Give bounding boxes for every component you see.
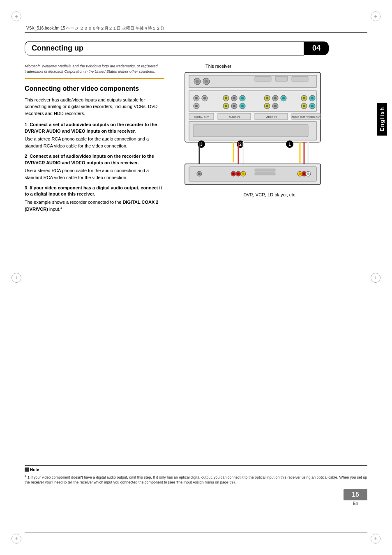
svg-rect-8 [292, 76, 308, 81]
svg-point-35 [266, 105, 268, 107]
file-info: VSX_516.book.fm 15 ページ ２００６年２月２１日 火曜日 午後… [26, 25, 164, 31]
file-meta-bar: VSX_516.book.fm 15 ページ ２００６年２月２１日 火曜日 午後… [25, 24, 367, 33]
svg-point-27 [241, 105, 244, 107]
svg-point-37 [274, 105, 277, 107]
svg-rect-6 [255, 76, 271, 81]
note-icon: Note [25, 467, 39, 472]
step-3: 3 If your video component has a digital … [25, 185, 164, 212]
svg-point-15 [195, 105, 198, 107]
svg-point-84 [307, 173, 309, 175]
svg-point-45 [311, 105, 314, 107]
bottom-rule [25, 532, 367, 532]
content-columns: Microsoft, Windows Media®, and the Windo… [25, 64, 367, 216]
chapter-title: Connecting up [25, 41, 304, 55]
connection-diagram: DIGITAL OUT AUDIO IN VIDEO IN AUDIO OUT … [173, 70, 329, 189]
svg-point-13 [203, 97, 206, 99]
reg-mark-ml [12, 273, 21, 283]
svg-point-31 [274, 97, 277, 99]
page-number-area: 15 En [344, 489, 367, 506]
top-rule [25, 33, 367, 33]
svg-text:VIDEO IN: VIDEO IN [266, 116, 277, 118]
svg-point-3 [196, 80, 199, 83]
section-intro: This receiver has audio/video inputs and… [25, 97, 164, 117]
step-2-number: 2 [25, 154, 30, 159]
svg-point-11 [195, 97, 198, 99]
reg-mark-mr [371, 273, 380, 283]
svg-point-76 [237, 173, 240, 175]
section-heading: Connecting other video components [25, 85, 164, 93]
left-column: Microsoft, Windows Media®, and the Windo… [25, 64, 164, 216]
svg-rect-7 [275, 76, 288, 81]
language-sidebar: English [377, 103, 387, 136]
svg-point-39 [303, 97, 305, 99]
diagram-container: This receiver [173, 64, 367, 197]
svg-point-80 [299, 173, 301, 175]
page-lang: En [353, 501, 358, 506]
note-icon-square [25, 467, 29, 472]
trademark-text: Microsoft, Windows Media®, and the Windo… [25, 64, 164, 79]
step-2-title: 2 Connect a set of audio/video inputs on… [25, 153, 164, 166]
step-1-body: Use a stereo RCA phono cable for the aud… [25, 136, 164, 149]
svg-text:AUDIO IN: AUDIO IN [229, 116, 240, 118]
note-section: Note 1 1 If your video component doesn't… [25, 465, 367, 485]
diagram-label-top: This receiver [205, 64, 367, 69]
step-2-body: Use a stereo RCA phono cable for the aud… [25, 167, 164, 181]
svg-point-23 [225, 105, 227, 107]
page-content: Connecting up 04 English Microsoft, Wind… [25, 37, 367, 518]
note-bar: Note [25, 465, 367, 472]
diagram-label-bottom: DVR, VCR, LD player, etc. [173, 192, 367, 197]
svg-point-25 [233, 105, 235, 107]
svg-point-72 [198, 173, 201, 175]
svg-text:DIGITAL OUT: DIGITAL OUT [194, 116, 209, 118]
svg-rect-85 [255, 169, 275, 171]
svg-rect-70 [189, 167, 316, 181]
svg-text:AUDIO OUT / VIDEO OUT: AUDIO OUT / VIDEO OUT [291, 116, 321, 118]
svg-point-33 [282, 97, 285, 99]
svg-point-74 [232, 173, 235, 175]
svg-rect-86 [255, 173, 275, 175]
svg-point-78 [242, 173, 244, 175]
right-column: This receiver [173, 64, 367, 216]
svg-point-21 [241, 97, 244, 99]
svg-text:3: 3 [200, 142, 203, 147]
reg-mark-tr [371, 12, 380, 21]
svg-rect-9 [189, 91, 316, 111]
svg-point-5 [205, 80, 208, 83]
step-1-number: 1 [25, 122, 30, 127]
note-label: Note [30, 467, 39, 472]
step-1: 1 Connect a set of audio/video outputs o… [25, 122, 164, 149]
svg-text:2: 2 [239, 142, 242, 147]
step-2: 2 Connect a set of audio/video inputs on… [25, 153, 164, 181]
note-text: 1 1 If your video component doesn't have… [25, 474, 367, 485]
chapter-header: Connecting up 04 [25, 41, 367, 55]
reg-mark-tl [12, 12, 21, 21]
step-3-body: The example shows a recorder connected t… [25, 199, 164, 213]
svg-point-43 [303, 105, 305, 107]
svg-point-17 [225, 97, 227, 99]
step-3-title: 3 If your video component has a digital … [25, 185, 164, 198]
page-number-box: 15 [344, 489, 367, 500]
reg-mark-br [371, 534, 380, 543]
svg-point-82 [303, 173, 305, 175]
svg-point-29 [266, 97, 268, 99]
step-3-number: 3 [25, 185, 30, 190]
step-1-title: 1 Connect a set of audio/video outputs o… [25, 122, 164, 134]
svg-text:1: 1 [288, 142, 291, 147]
svg-point-19 [233, 97, 235, 99]
svg-rect-55 [193, 124, 308, 137]
chapter-number: 04 [304, 41, 329, 55]
svg-point-41 [311, 97, 314, 99]
reg-mark-bl [12, 534, 21, 543]
